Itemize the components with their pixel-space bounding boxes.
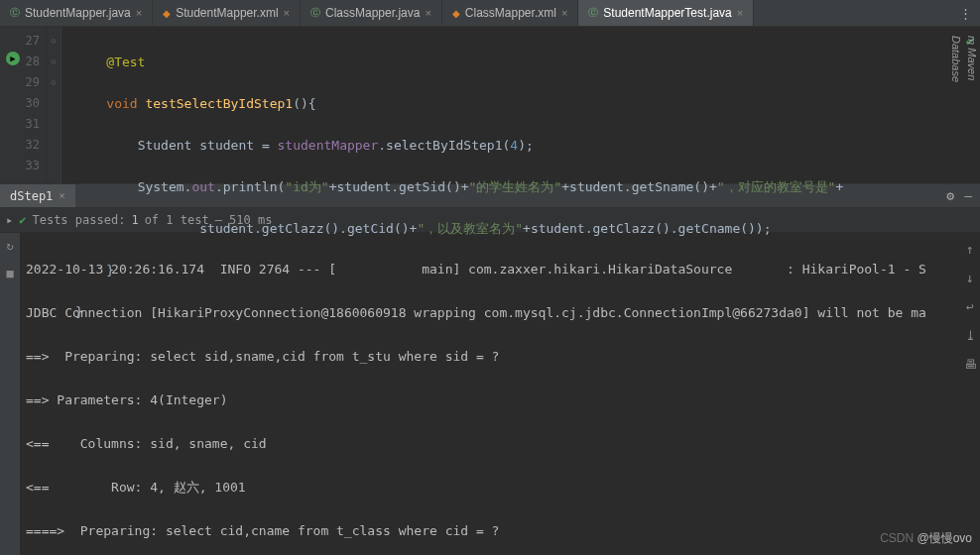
watermark: CSDN @慢慢ovo (880, 530, 972, 547)
xml-icon: ◆ (452, 8, 460, 19)
tab-studentmapper-java[interactable]: Ⓒ StudentMapper.java × (0, 0, 153, 26)
test-class-icon: Ⓒ (588, 6, 598, 20)
line-number: 30 (0, 93, 40, 114)
close-icon[interactable]: × (284, 7, 290, 19)
fold-strip: ⊖ ⊖ ⊖ (47, 27, 61, 183)
editor: ▶ 27 28 29 30 31 32 33 ⊖ ⊖ ⊖ @Test void … (0, 27, 980, 183)
minimize-icon[interactable]: — (964, 188, 972, 203)
tests-passed-icon: ✔ (19, 213, 26, 227)
fold-mark[interactable]: ⊖ (47, 72, 61, 93)
fold-mark[interactable]: ⊖ (47, 31, 61, 52)
scroll-down-icon[interactable]: ↓ (966, 271, 974, 285)
line-gutter: ▶ 27 28 29 30 31 32 33 (0, 27, 47, 183)
tab-classmapper-xml[interactable]: ◆ ClassMapper.xml × (442, 0, 578, 26)
sidebar-maven[interactable]: m Maven (964, 30, 980, 88)
line-number: 29 (0, 72, 40, 93)
stop-icon[interactable]: ■ (3, 267, 17, 280)
run-toolbar: ↻ ■ (0, 233, 20, 555)
line-number: 33 (0, 156, 40, 176)
source-code[interactable]: @Test void testSelectByIdStep1(){ Studen… (61, 27, 960, 183)
sidebar-database[interactable]: Database (948, 30, 964, 88)
close-icon[interactable]: × (59, 189, 65, 202)
line-number: 32 (0, 135, 40, 156)
tab-label: StudentMapper.java (25, 6, 131, 20)
tab-label: StudentMapperTest.java (603, 6, 731, 20)
run-tab[interactable]: dStep1 × (0, 184, 75, 207)
console-line: <== Columns: sid, sname, cid (26, 433, 974, 455)
rerun-icon[interactable]: ↻ (3, 239, 17, 253)
gutter-run-icon[interactable]: ▶ (6, 52, 20, 65)
close-icon[interactable]: × (425, 7, 430, 19)
editor-tabs: Ⓒ StudentMapper.java × ◆ StudentMapper.x… (0, 0, 980, 27)
line-number: 27 (0, 31, 40, 52)
print-icon[interactable]: 🖶 (964, 357, 977, 372)
line-number: 31 (0, 114, 40, 135)
console-line: ==> Parameters: 4(Integer) (26, 389, 974, 411)
scroll-end-icon[interactable]: ⤓ (965, 328, 976, 343)
close-icon[interactable]: × (136, 7, 142, 19)
tab-studentmapper-xml[interactable]: ◆ StudentMapper.xml × (153, 0, 301, 26)
console-right-toolbar: ↑ ↓ ↩ ⤓ 🖶 (960, 238, 980, 372)
console-line: <== Row: 4, 赵六, 1001 (26, 477, 974, 499)
close-icon[interactable]: × (561, 7, 567, 19)
tab-label: ClassMapper.xml (465, 6, 556, 20)
tab-label: ClassMapper.java (325, 6, 420, 20)
tabs-more-icon[interactable]: ⋮ (951, 0, 980, 26)
console-line: ====> Preparing: select cid,cname from t… (26, 520, 974, 542)
watermark-right: @慢慢ovo (917, 531, 972, 545)
close-icon[interactable]: × (737, 7, 743, 19)
class-icon: Ⓒ (10, 6, 20, 20)
class-icon: Ⓒ (310, 6, 320, 20)
watermark-left: CSDN (880, 531, 917, 545)
softwrap-icon[interactable]: ↩ (966, 299, 974, 314)
scroll-up-icon[interactable]: ↑ (966, 242, 974, 257)
chevron-right-icon[interactable]: ▸ (6, 213, 13, 227)
tab-classmapper-java[interactable]: Ⓒ ClassMapper.java × (301, 0, 442, 26)
tab-label: StudentMapper.xml (176, 6, 278, 20)
run-tab-label: dStep1 (10, 189, 53, 203)
xml-icon: ◆ (163, 8, 171, 19)
fold-mark[interactable]: ⊖ (47, 52, 61, 72)
tab-studentmappertest-java[interactable]: Ⓒ StudentMapperTest.java × (578, 0, 754, 26)
right-tool-strip: m Maven Database (948, 30, 980, 88)
